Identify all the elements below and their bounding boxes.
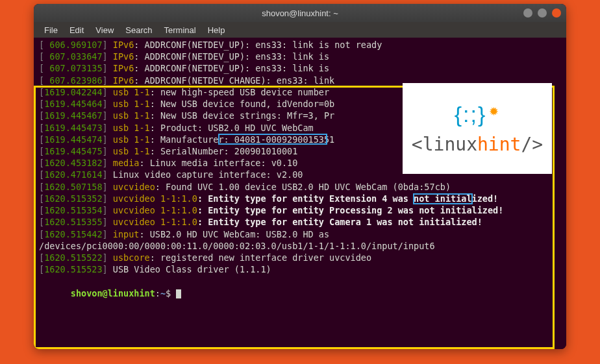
terminal-window: shovon@linuxhint: ~ File Edit View Searc…: [34, 4, 566, 349]
dmesg-line: [1620.515355] uvcvideo 1-1:1.0: Entity t…: [39, 216, 561, 228]
window-controls: [523, 8, 561, 18]
maximize-icon[interactable]: [538, 8, 547, 18]
dmesg-line: [1620.515523] USB Video Class driver (1.…: [39, 263, 561, 275]
minimize-icon[interactable]: [523, 8, 532, 18]
logo-text: <linuxhint/>: [412, 132, 543, 157]
prompt-path: ~: [160, 288, 166, 298]
logo-face-icon: {:;}✹: [455, 100, 501, 130]
menu-help[interactable]: Help: [203, 24, 231, 36]
dmesg-line: [1620.515354] uvcvideo 1-1:1.0: Entity t…: [39, 204, 561, 216]
dmesg-line: [1620.515522] usbcore: registered new in…: [39, 252, 561, 263]
linuxhint-overlay: {:;}✹ <linuxhint/>: [403, 83, 552, 174]
prompt-userhost: shovon@linuxhint: [71, 288, 155, 298]
menu-search[interactable]: Search: [120, 24, 157, 36]
dmesg-line: [ 606.969107] IPv6: ADDRCONF(NETDEV_UP):…: [39, 39, 561, 51]
dmesg-line: [ 607.033647] IPv6: ADDRCONF(NETDEV_UP):…: [39, 51, 561, 62]
dmesg-line: [1620.515442] input: USB2.0 HD UVC WebCa…: [39, 228, 561, 252]
titlebar[interactable]: shovon@linuxhint: ~: [34, 4, 566, 22]
sun-icon: ✹: [489, 104, 500, 119]
menu-terminal[interactable]: Terminal: [159, 24, 201, 36]
prompt-line: shovon@linuxhint:~$: [39, 275, 561, 311]
menubar: File Edit View Search Terminal Help: [34, 22, 566, 38]
dmesg-line: [ 607.073135] IPv6: ADDRCONF(NETDEV_UP):…: [39, 62, 561, 74]
terminal-body[interactable]: [ 606.969107] IPv6: ADDRCONF(NETDEV_UP):…: [34, 38, 566, 349]
prompt-colon: :: [155, 288, 160, 298]
menu-view[interactable]: View: [90, 24, 119, 36]
prompt-dollar: $: [166, 288, 171, 298]
menu-edit[interactable]: Edit: [64, 24, 89, 36]
window-title: shovon@linuxhint: ~: [262, 8, 338, 18]
menu-file[interactable]: File: [39, 24, 63, 36]
dmesg-line: [1620.515352] uvcvideo 1-1:1.0: Entity t…: [39, 193, 561, 204]
close-icon[interactable]: [552, 8, 561, 18]
dmesg-line: [1620.507158] uvcvideo: Found UVC 1.00 d…: [39, 181, 561, 193]
cursor-icon: [176, 289, 181, 298]
